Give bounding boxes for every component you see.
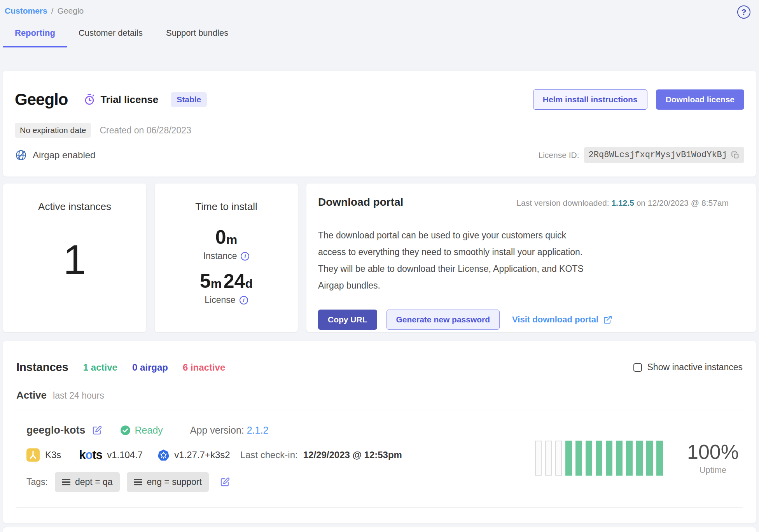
license-type-label: Trial license <box>100 94 158 106</box>
copy-url-button[interactable]: Copy URL <box>318 310 377 330</box>
visit-download-portal-link[interactable]: Visit download portal <box>512 315 612 325</box>
app-version: App version: 2.1.2 <box>190 425 269 436</box>
helm-install-instructions-button[interactable]: Helm install instructions <box>533 89 647 110</box>
instances-card: Instances 1 active 0 airgap 6 inactive S… <box>3 341 756 523</box>
k3s-icon <box>26 448 40 462</box>
app-version-link[interactable]: 2.1.2 <box>247 425 269 436</box>
tag-bars-icon <box>134 479 142 485</box>
tab-support-bundles[interactable]: Support bundles <box>154 28 240 47</box>
license-time-label: License <box>205 295 235 305</box>
uptime-bar <box>545 441 552 476</box>
last-version-downloaded: Last version downloaded: 1.12.5 on 12/20… <box>516 198 729 208</box>
license-id-label: License ID: <box>538 150 579 160</box>
breadcrumb-current: Geeglo <box>58 6 84 16</box>
license-time-info-icon[interactable]: i <box>240 296 248 304</box>
download-license-button[interactable]: Download license <box>656 89 744 110</box>
tab-customer-details[interactable]: Customer details <box>67 28 154 47</box>
generate-new-password-button[interactable]: Generate new password <box>386 310 500 330</box>
tag-badge: dept = qa <box>55 472 120 492</box>
license-id-row: License ID: 2Rq8WLcsjfxqrMysjvB1WodYkBj <box>538 147 744 163</box>
uptime-bar <box>616 441 623 476</box>
uptime-bar <box>565 441 572 476</box>
uptime-stat: 100% Uptime <box>687 441 739 475</box>
distribution-label: K3s <box>45 450 61 460</box>
kots-logo: kots <box>79 448 102 462</box>
active-count[interactable]: 1 active <box>83 362 117 373</box>
instance-name: geeglo-kots <box>26 424 86 436</box>
next-card-top-edge <box>3 527 756 532</box>
instance-status: Ready <box>120 425 163 436</box>
tab-bar: Reporting Customer details Support bundl… <box>3 28 756 47</box>
instance-time-label: Instance <box>203 251 237 261</box>
download-portal-card: Download portal Last version downloaded:… <box>306 184 756 332</box>
license-type: Trial license <box>83 93 158 106</box>
k8s-version: v1.27.7+k3s2 <box>174 450 230 460</box>
expiration-badge: No expiration date <box>15 123 91 138</box>
channel-badge: Stable <box>171 92 207 107</box>
uptime-bar <box>656 441 663 476</box>
uptime-bar <box>575 441 582 476</box>
inactive-count[interactable]: 6 inactive <box>183 362 225 373</box>
trial-timer-icon <box>83 93 96 106</box>
uptime-value: 100% <box>687 441 739 463</box>
breadcrumb-customers-link[interactable]: Customers <box>5 6 47 16</box>
airgap-globe-icon <box>15 149 27 161</box>
show-inactive-checkbox[interactable] <box>633 363 642 372</box>
uptime-bar <box>626 441 633 476</box>
help-icon[interactable]: ? <box>737 5 750 19</box>
breadcrumb: Customers / Geeglo <box>5 6 756 16</box>
created-date-text: Created on 06/28/2023 <box>100 125 191 136</box>
divider <box>16 508 743 508</box>
instance-install-time: 0m <box>163 228 290 247</box>
tags-label: Tags: <box>26 477 48 487</box>
license-id-value: 2Rq8WLcsjfxqrMysjvB1WodYkBj <box>589 150 727 160</box>
ready-check-icon <box>120 425 131 436</box>
uptime-bar <box>555 441 562 476</box>
tab-reporting[interactable]: Reporting <box>3 28 67 47</box>
active-group-sublabel: last 24 hours <box>53 390 104 401</box>
download-portal-description: The download portal can be used to give … <box>318 227 594 294</box>
tag-badge: eng = support <box>127 472 209 492</box>
airgap-status: Airgap enabled <box>15 149 95 161</box>
customer-title: Geeglo <box>15 90 68 109</box>
last-checkin-value: 12/29/2023 @ 12:53pm <box>303 450 402 460</box>
kubernetes-icon <box>157 449 170 461</box>
time-to-install-card: Time to install 0m Instance i 5m 24d Lic… <box>155 184 298 332</box>
copy-license-id-icon[interactable] <box>731 151 740 159</box>
license-install-time: 5m 24d <box>163 271 290 291</box>
edit-instance-name-icon[interactable] <box>92 425 102 436</box>
instances-title: Instances <box>16 361 68 374</box>
active-instances-card: Active instances 1 <box>3 184 146 332</box>
uptime-bars-chart <box>535 441 663 476</box>
uptime-bar <box>535 441 542 476</box>
external-link-icon <box>603 315 612 324</box>
license-summary-card: Geeglo Trial license Stable Helm install… <box>3 71 756 177</box>
uptime-label: Uptime <box>687 465 739 475</box>
airgap-label: Airgap enabled <box>33 150 95 161</box>
uptime-bar <box>636 441 643 476</box>
active-instances-value: 1 <box>11 239 138 280</box>
uptime-bar <box>596 441 602 476</box>
uptime-bar <box>646 441 653 476</box>
active-group-label: Active <box>16 389 47 401</box>
last-checkin-label: Last check-in: <box>240 450 298 460</box>
kots-version: v1.104.7 <box>107 450 143 460</box>
last-version-link[interactable]: 1.12.5 <box>611 198 634 207</box>
instance-time-info-icon[interactable]: i <box>241 252 249 261</box>
edit-tags-icon[interactable] <box>220 477 230 487</box>
stats-row: Active instances 1 Time to install 0m In… <box>3 184 756 332</box>
ready-status-label: Ready <box>135 425 163 436</box>
divider <box>16 411 743 411</box>
show-inactive-label: Show inactive instances <box>647 362 743 373</box>
uptime-bar <box>586 441 592 476</box>
uptime-bar <box>606 441 612 476</box>
time-to-install-title: Time to install <box>163 201 290 213</box>
instance-row: geeglo-kots Ready App version: 2.1.2 <box>16 424 743 492</box>
breadcrumb-separator: / <box>51 6 54 16</box>
tag-bars-icon <box>62 479 70 485</box>
active-instances-title: Active instances <box>11 201 138 213</box>
airgap-count[interactable]: 0 airgap <box>132 362 168 373</box>
download-portal-title: Download portal <box>318 196 403 208</box>
